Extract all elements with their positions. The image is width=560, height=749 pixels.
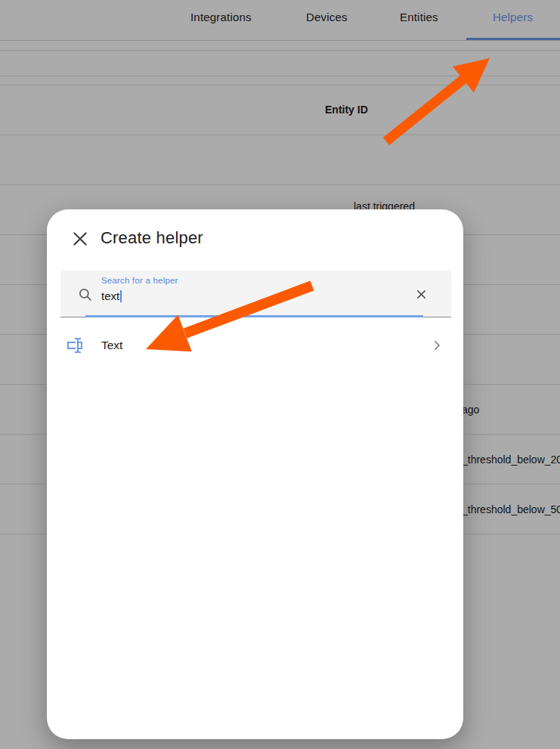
close-icon[interactable] xyxy=(70,229,90,249)
search-text: text xyxy=(101,289,119,302)
form-textbox-icon xyxy=(66,336,84,354)
helper-search-input[interactable]: Search for a helper text xyxy=(60,271,451,317)
search-icon xyxy=(78,287,93,302)
search-field-value: text xyxy=(101,289,122,302)
dialog-title: Create helper xyxy=(101,228,203,248)
text-caret xyxy=(120,290,122,302)
search-field-label: Search for a helper xyxy=(101,276,178,285)
helper-type-text-item[interactable]: Text xyxy=(47,324,463,367)
create-helper-dialog: Create helper Search for a helper text xyxy=(47,209,463,739)
app-window: Integrations Devices Entities Helpers En… xyxy=(0,0,560,749)
chevron-right-icon xyxy=(430,339,444,352)
clear-search-icon[interactable] xyxy=(414,287,429,302)
result-label: Text xyxy=(101,339,122,352)
